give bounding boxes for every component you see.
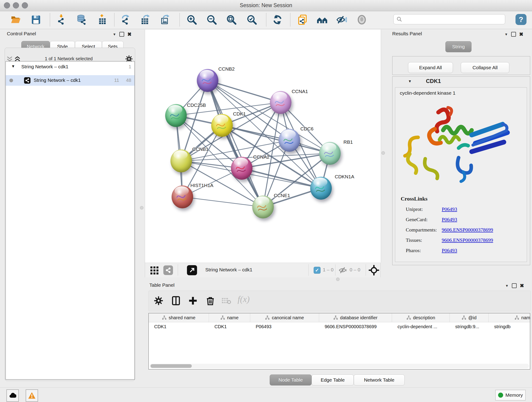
horizontal-splitter-handle[interactable]	[336, 278, 340, 281]
float-panel-icon[interactable]	[119, 32, 124, 37]
column-header-canonical-name[interactable]: canonical name	[250, 313, 319, 322]
import-database-icon[interactable]	[76, 14, 87, 25]
home-networks-icon[interactable]	[317, 14, 327, 25]
delete-table-icon[interactable]	[222, 297, 231, 305]
zoom-out-icon[interactable]	[206, 14, 217, 25]
import-table-icon[interactable]	[97, 14, 108, 25]
network-node-CCNE1[interactable]	[252, 196, 274, 218]
network-node-CDC25B[interactable]	[165, 104, 187, 127]
column-header-label: shared name	[169, 315, 196, 320]
network-node-CDKN1A[interactable]	[310, 177, 332, 200]
column-header-shared-name[interactable]: shared name	[149, 313, 209, 322]
table-cell[interactable]: stringdb	[489, 322, 530, 331]
network-node-CCNB2[interactable]	[197, 69, 218, 92]
cloud-button[interactable]	[6, 389, 19, 402]
network-row-selected[interactable]: String Network – cdk1 11 48	[6, 75, 134, 86]
network-node-HIST1H1A[interactable]	[172, 185, 193, 208]
search-box[interactable]	[393, 14, 505, 24]
right-splitter-handle[interactable]	[381, 151, 385, 155]
column-header-namespace[interactable]: namespace	[489, 313, 530, 322]
crosshair-icon[interactable]	[369, 265, 379, 275]
results-entry-box: ▼ CDK1 cyclin-dependent kinase 1	[392, 76, 530, 265]
control-panel-title: Control Panel	[7, 31, 36, 36]
network-node-CCNA1[interactable]	[270, 91, 291, 114]
network-node-CDK1[interactable]	[211, 114, 233, 137]
export-table-icon[interactable]	[140, 14, 151, 25]
zoom-selected-icon[interactable]	[247, 14, 257, 25]
collapse-all-button[interactable]: Collapse All	[461, 62, 509, 73]
clone-network-icon[interactable]	[298, 14, 308, 25]
selected-elements-checkbox[interactable]: ✓	[314, 267, 321, 274]
open-session-icon[interactable]	[11, 14, 21, 25]
tab-string[interactable]: String	[445, 41, 472, 52]
birdseye-view-icon[interactable]	[187, 265, 197, 275]
network-collection-row[interactable]: ▼ String Network – cdk1 1	[6, 62, 134, 73]
network-node-RB1[interactable]	[319, 142, 341, 165]
network-view-type-icon[interactable]	[163, 265, 173, 275]
crosslink-uniprot-link[interactable]: P06493	[442, 206, 457, 212]
table-horizontal-scrollbar[interactable]	[150, 364, 529, 368]
tree-expander-icon[interactable]: ▼	[11, 64, 15, 69]
tab-node-table[interactable]: Node Table	[270, 375, 312, 385]
table-options-gear-icon[interactable]	[154, 296, 163, 306]
toolbar-separator	[335, 264, 336, 276]
entry-expander-icon[interactable]: ▼	[408, 79, 412, 83]
scrollbar-thumb[interactable]	[151, 364, 192, 368]
tab-network-table[interactable]: Network Table	[354, 375, 405, 385]
column-header-description[interactable]: description	[392, 313, 450, 322]
left-splitter-handle[interactable]	[140, 206, 143, 210]
search-input[interactable]	[402, 17, 500, 22]
network-node-CCNA2[interactable]	[231, 157, 253, 180]
network-node-label: CCNE1	[274, 193, 290, 198]
table-cell[interactable]: stringdb:9...	[450, 322, 489, 331]
tab-edge-table[interactable]: Edge Table	[312, 375, 354, 385]
table-cell[interactable]: CDK1	[209, 322, 250, 331]
export-network-icon[interactable]	[121, 14, 131, 25]
refresh-layout-icon[interactable]	[272, 14, 283, 25]
show-columns-icon[interactable]	[171, 296, 181, 306]
network-node-CCNB1[interactable]	[171, 149, 192, 172]
network-edge[interactable]	[182, 197, 263, 207]
table-cell[interactable]: P06493	[250, 322, 319, 331]
grid-view-icon[interactable]	[150, 266, 159, 275]
column-header-name[interactable]: name	[209, 313, 250, 322]
show-eye-icon[interactable]	[356, 14, 367, 25]
float-panel-icon[interactable]	[512, 283, 517, 288]
add-column-icon[interactable]	[188, 296, 198, 306]
network-edge[interactable]	[208, 80, 263, 207]
close-panel-icon[interactable]: ✖	[127, 32, 132, 36]
network-canvas[interactable]: CCNB2CCNA1CDC25BCDK1CDC6RB1CCNB1CCNA2CDK…	[145, 30, 381, 263]
zoom-fit-icon[interactable]	[226, 14, 237, 25]
delete-column-icon[interactable]	[206, 296, 215, 306]
memory-button[interactable]: Memory	[495, 390, 526, 400]
crosslink-genecard-link[interactable]: P06493	[442, 217, 457, 223]
crosslink-tissues-link[interactable]: 9606.ENSP00000378699	[442, 237, 493, 243]
float-panel-icon[interactable]	[511, 32, 516, 37]
collapse-panel-icon[interactable]: ▼	[505, 284, 509, 288]
collapse-panel-icon[interactable]: ▼	[113, 32, 116, 36]
export-image-icon[interactable]	[160, 14, 171, 25]
column-header-database-identifier[interactable]: database identifier	[319, 313, 392, 322]
network-node-CDC6[interactable]	[279, 129, 300, 152]
save-session-icon[interactable]	[31, 14, 41, 25]
hidden-elements-eye-icon[interactable]	[339, 266, 348, 274]
warnings-button[interactable]	[26, 389, 38, 402]
table-cell[interactable]: CDK1	[149, 322, 209, 331]
close-panel-icon[interactable]: ✖	[520, 284, 524, 288]
search-icon	[396, 16, 402, 22]
column-header--id[interactable]: @id	[450, 313, 489, 322]
table-cell[interactable]: cyclin-dependent ...	[392, 322, 450, 331]
network-edge[interactable]	[208, 80, 281, 102]
close-panel-icon[interactable]: ✖	[519, 32, 523, 36]
crosslink-compartments-link[interactable]: 9606.ENSP00000378699	[442, 227, 493, 233]
crosslink-pharos-link[interactable]: P06493	[442, 248, 457, 254]
function-builder-icon[interactable]: f(x)	[238, 294, 250, 304]
import-network-icon[interactable]	[57, 14, 67, 25]
table-cell[interactable]: 9606.ENSP00000378699	[319, 322, 392, 331]
help-button[interactable]: ?	[515, 14, 526, 25]
expand-all-button[interactable]: Expand All	[408, 62, 453, 73]
zoom-in-icon[interactable]	[186, 14, 197, 25]
collapse-panel-icon[interactable]: ▼	[505, 32, 508, 36]
hide-panel-eye-icon[interactable]	[336, 14, 347, 25]
toolbar-separator	[178, 264, 178, 276]
